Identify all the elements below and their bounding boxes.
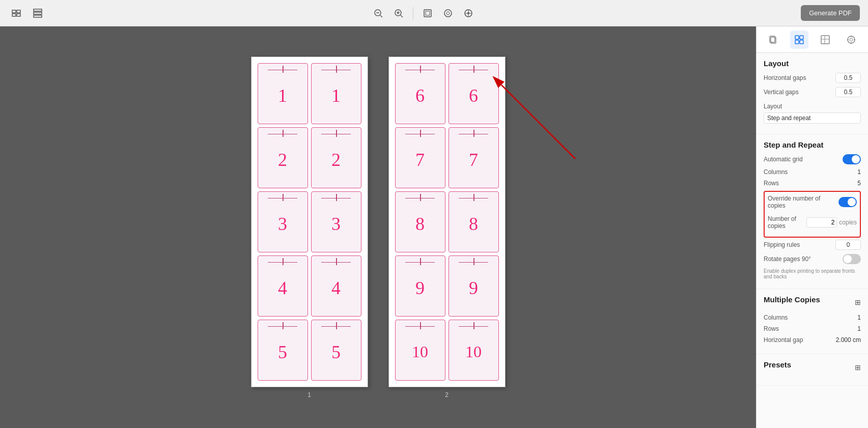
card-9b: 9 xyxy=(449,255,499,317)
zoom-out-btn[interactable] xyxy=(370,5,386,21)
tab-copy-icon[interactable] xyxy=(764,31,782,49)
card-4a: 4 xyxy=(258,255,308,317)
svg-rect-3 xyxy=(17,14,20,16)
svg-rect-5 xyxy=(34,12,42,14)
svg-rect-14 xyxy=(424,10,431,17)
presets-grid-icon[interactable]: ⊞ xyxy=(855,363,861,372)
number-of-copies-label: Number of copies xyxy=(768,215,806,230)
divider xyxy=(413,7,413,19)
svg-rect-15 xyxy=(426,11,430,15)
page-2: 6 6 7 7 8 8 9 9 10 10 xyxy=(388,56,506,387)
mc-rows-label: Rows xyxy=(764,325,779,332)
horizontal-gaps-row: Horizontal gaps xyxy=(764,73,861,83)
svg-line-9 xyxy=(380,15,382,17)
svg-point-33 xyxy=(848,36,855,43)
rotate-pages-toggle[interactable] xyxy=(843,254,861,264)
page-2-number: 2 xyxy=(445,391,449,398)
columns-value: 1 xyxy=(857,168,861,176)
mc-horizontal-gap-label: Horizontal gap xyxy=(764,336,803,344)
rows-row: Rows 5 xyxy=(764,180,861,187)
card-number: 6 xyxy=(415,85,425,106)
tab-grid-icon[interactable] xyxy=(790,31,808,49)
mc-horizontal-gap-value: 2.000 cm xyxy=(836,336,861,344)
mc-rows-value: 1 xyxy=(857,325,861,332)
card-number: 6 xyxy=(469,85,478,106)
automatic-grid-row: Automatic grid xyxy=(764,154,861,164)
zoom-fit-btn[interactable] xyxy=(460,5,477,21)
multiple-copies-title: Multiple Copies xyxy=(764,295,820,304)
mc-columns-value: 1 xyxy=(857,314,861,321)
zoom-in-btn[interactable] xyxy=(390,5,407,21)
card-number: 5 xyxy=(331,341,341,363)
step-repeat-title: Step and Repeat xyxy=(764,140,861,149)
columns-label: Columns xyxy=(764,168,788,176)
layout-section-title: Layout xyxy=(764,59,861,68)
layout-dropdown[interactable]: Step and repeat Grid xyxy=(764,112,861,124)
svg-rect-6 xyxy=(34,15,42,17)
automatic-grid-toggle[interactable] xyxy=(843,154,861,164)
card-3a: 3 xyxy=(258,191,308,252)
svg-rect-1 xyxy=(17,10,20,13)
card-1a: 1 xyxy=(258,63,308,124)
card-5b: 5 xyxy=(311,320,361,381)
flipping-rules-row: Flipping rules xyxy=(764,240,861,250)
view-grid-btn[interactable] xyxy=(30,5,46,21)
svg-line-13 xyxy=(401,15,403,17)
zoom-100-btn[interactable] xyxy=(440,5,456,21)
mc-columns-label: Columns xyxy=(764,314,788,321)
page-1-number: 1 xyxy=(307,391,311,398)
mc-horizontal-gap-row: Horizontal gap 2.000 cm xyxy=(764,336,861,344)
vertical-gaps-row: Vertical gaps xyxy=(764,87,861,97)
card-10b: 10 xyxy=(449,320,499,381)
presets-section: Presets ⊞ xyxy=(757,354,868,386)
card-2a: 2 xyxy=(258,127,308,188)
tab-layout-icon[interactable] xyxy=(816,31,834,49)
layout-dropdown-label: Layout xyxy=(764,103,782,110)
card-number: 8 xyxy=(415,213,425,235)
card-number: 3 xyxy=(331,213,341,235)
card-6b: 6 xyxy=(449,63,499,124)
card-number: 10 xyxy=(465,343,482,361)
card-4b: 4 xyxy=(311,255,361,317)
svg-rect-2 xyxy=(12,14,16,16)
flipping-rules-input[interactable] xyxy=(835,240,861,250)
svg-rect-28 xyxy=(795,40,799,44)
override-copies-toggle[interactable] xyxy=(838,197,857,207)
card-number: 5 xyxy=(278,341,287,363)
canvas-area: 1 1 2 2 3 3 4 4 5 5 1 6 6 xyxy=(0,26,756,428)
svg-rect-0 xyxy=(12,10,16,13)
card-8b: 8 xyxy=(449,191,499,252)
number-of-copies-row: Number of copies copies xyxy=(765,214,860,231)
card-number: 7 xyxy=(469,149,478,170)
svg-rect-27 xyxy=(800,36,803,39)
card-6a: 6 xyxy=(395,63,445,124)
card-1b: 1 xyxy=(311,63,361,124)
svg-rect-30 xyxy=(821,36,829,44)
fit-page-btn[interactable] xyxy=(419,5,436,21)
svg-point-34 xyxy=(850,38,853,41)
tab-target-icon[interactable] xyxy=(842,31,860,49)
toolbar: Generate PDF xyxy=(0,0,868,26)
grid-icon[interactable]: ⊞ xyxy=(855,298,861,306)
view-list-btn[interactable] xyxy=(8,5,24,21)
right-panel: Layout Horizontal gaps Vertical gaps Lay… xyxy=(756,26,868,428)
horizontal-gaps-input[interactable] xyxy=(835,73,861,83)
svg-line-23 xyxy=(501,85,575,159)
automatic-grid-label: Automatic grid xyxy=(764,156,803,163)
svg-point-17 xyxy=(446,12,450,15)
horizontal-gaps-label: Horizontal gaps xyxy=(764,74,806,81)
svg-rect-4 xyxy=(34,9,42,11)
svg-point-21 xyxy=(467,12,469,14)
presets-title: Presets xyxy=(764,360,791,369)
step-repeat-section: Step and Repeat Automatic grid Columns 1… xyxy=(757,134,868,289)
vertical-gaps-input[interactable] xyxy=(835,87,861,97)
svg-point-16 xyxy=(444,10,452,17)
generate-pdf-button[interactable]: Generate PDF xyxy=(801,5,860,21)
card-7b: 7 xyxy=(449,127,499,188)
rows-label: Rows xyxy=(764,180,779,187)
card-number: 4 xyxy=(331,277,341,299)
override-copies-box: Override number of copies Number of copi… xyxy=(764,191,861,238)
vertical-gaps-label: Vertical gaps xyxy=(764,89,799,96)
svg-rect-29 xyxy=(800,40,803,44)
number-of-copies-input[interactable] xyxy=(806,217,837,227)
